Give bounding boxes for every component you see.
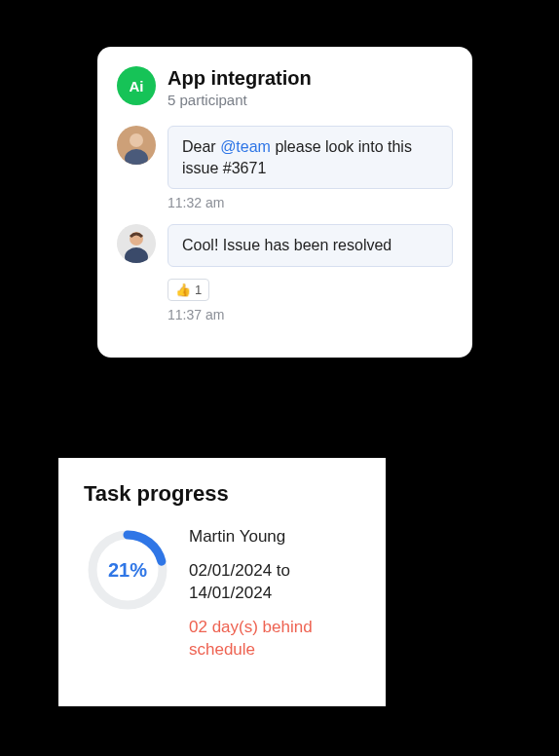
message-text: Dear — [182, 138, 220, 155]
mention[interactable]: @team — [220, 138, 271, 155]
channel-subtitle: 5 participant — [168, 92, 312, 108]
progress-info: Martin Young 02/01/2024 to 14/01/2024 02… — [189, 526, 360, 662]
message-row: Dear @team please look into this issue #… — [117, 126, 453, 189]
message-timestamp: 11:37 am — [168, 307, 453, 322]
avatar[interactable] — [117, 224, 156, 263]
svg-point-1 — [130, 133, 143, 147]
assignee-name: Martin Young — [189, 526, 360, 548]
progress-title: Task progress — [84, 481, 360, 507]
chat-card: Ai App integration 5 participant Dear @t… — [97, 47, 472, 358]
message-column: Cool! Issue has been resolved — [168, 224, 453, 267]
user-avatar-icon — [117, 224, 156, 263]
message-bubble[interactable]: Cool! Issue has been resolved — [168, 224, 453, 267]
avatar[interactable] — [117, 126, 156, 165]
behind-schedule-text: 02 day(s) behind schedule — [189, 617, 360, 662]
channel-title: App integration — [168, 66, 312, 90]
progress-percent: 21% — [84, 526, 171, 614]
message-column: Dear @team please look into this issue #… — [168, 126, 453, 189]
message-timestamp: 11:32 am — [168, 195, 453, 210]
progress-card: Task progress 21% Martin Young 02/01/202… — [58, 458, 386, 706]
reaction-count: 1 — [195, 283, 202, 297]
progress-body: 21% Martin Young 02/01/2024 to 14/01/202… — [84, 526, 360, 662]
message-row: Cool! Issue has been resolved — [117, 224, 453, 267]
date-range: 02/01/2024 to 14/01/2024 — [189, 560, 360, 605]
reaction-pill[interactable]: 👍 1 — [168, 279, 209, 301]
message-bubble[interactable]: Dear @team please look into this issue #… — [168, 126, 453, 189]
progress-donut: 21% — [84, 526, 171, 614]
message-text: Cool! Issue has been resolved — [182, 237, 391, 253]
chat-header: Ai App integration 5 participant — [117, 66, 453, 108]
channel-avatar[interactable]: Ai — [117, 66, 156, 105]
channel-info: App integration 5 participant — [168, 66, 312, 108]
thumbs-up-icon: 👍 — [175, 283, 191, 297]
channel-avatar-badge: Ai — [130, 78, 144, 94]
user-avatar-icon — [117, 126, 156, 165]
